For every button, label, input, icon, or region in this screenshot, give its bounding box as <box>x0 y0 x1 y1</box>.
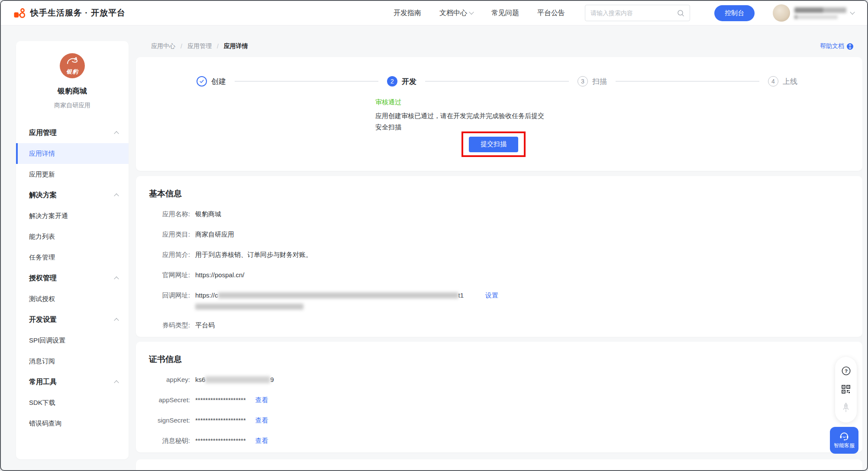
sidebar-section-common-tools[interactable]: 常用工具 <box>16 372 129 392</box>
sidebar-item-sdk-download[interactable]: SDK下载 <box>16 392 129 413</box>
sidebar-item-app-update[interactable]: 应用更新 <box>16 164 129 185</box>
search-icon[interactable] <box>677 10 684 17</box>
sidebar-item-capability-list[interactable]: 能力列表 <box>16 226 129 247</box>
section-title: 解决方案 <box>29 191 57 200</box>
callback-url-blur <box>218 292 458 298</box>
rocket-icon[interactable] <box>842 403 850 413</box>
brand-title: 快手生活服务 · 开放平台 <box>30 7 126 19</box>
section-title: 应用管理 <box>29 128 57 138</box>
search-input[interactable] <box>590 10 677 16</box>
app-key-suffix: 9 <box>270 376 274 383</box>
sidebar-item-error-code-lookup[interactable]: 错误码查询 <box>16 413 129 434</box>
breadcrumb-separator: / <box>181 43 182 50</box>
field-app-key: appKey: ks69 <box>145 375 862 384</box>
nav-announcements-label: 平台公告 <box>537 9 565 18</box>
next-section-card-partial <box>136 459 862 471</box>
item-label: SPI回调设置 <box>29 336 65 344</box>
step-number: 3 <box>578 76 588 87</box>
user-menu[interactable] <box>773 4 854 22</box>
item-label: 应用更新 <box>29 170 55 178</box>
nav-dev-guide[interactable]: 开发指南 <box>394 9 421 18</box>
field-app-secret: appSecret: ******************** 查看 <box>145 395 862 405</box>
smart-customer-service-label: 智能客服 <box>834 442 855 449</box>
step-launch: 4 上线 <box>768 76 797 87</box>
step-connector <box>235 81 378 82</box>
callback-set-link[interactable]: 设置 <box>485 292 498 299</box>
field-callback-url: 回调网址: https://ct1设置 <box>145 291 862 310</box>
sidebar-item-test-authorization[interactable]: 测试授权 <box>16 288 129 309</box>
app-secret-view-link[interactable]: 查看 <box>255 395 268 405</box>
section-title: 常用工具 <box>29 378 57 387</box>
nav-dev-guide-label: 开发指南 <box>394 9 421 18</box>
field-value: ******************** <box>195 416 246 425</box>
sidebar-section-solutions[interactable]: 解决方案 <box>16 185 129 205</box>
kuaishou-logo-icon <box>14 8 26 19</box>
step-label: 扫描 <box>592 77 607 87</box>
sign-secret-view-link[interactable]: 查看 <box>255 416 268 425</box>
smart-customer-service-button[interactable]: 智能客服 <box>830 427 858 454</box>
field-label: 官网网址: <box>145 270 190 280</box>
sidebar-section-app-management[interactable]: 应用管理 <box>16 122 129 143</box>
sidebar-section-dev-settings[interactable]: 开发设置 <box>16 309 129 330</box>
callback-url-blur-line2 <box>195 304 303 310</box>
help-doc-icon <box>847 43 853 50</box>
field-site-url: 官网网址: https://pospal.cn/ <box>145 270 862 280</box>
user-name-blur-line2 <box>794 15 838 19</box>
item-label: 任务管理 <box>29 253 55 261</box>
red-highlight-annotation: 提交扫描 <box>461 131 526 157</box>
field-label: 券码类型: <box>145 320 190 330</box>
submit-scan-button[interactable]: 提交扫描 <box>469 137 518 152</box>
field-value: https://pospal.cn/ <box>195 270 244 280</box>
review-description-line2: 安全扫描 <box>375 123 401 131</box>
nav-announcements[interactable]: 平台公告 <box>537 9 565 18</box>
app-name: 银豹商城 <box>16 86 129 96</box>
top-nav: 开发指南 文档中心 常见问题 平台公告 <box>394 9 565 18</box>
field-coupon-type: 券码类型: 平台码 <box>145 320 862 330</box>
app-logo: 银豹 <box>60 53 85 78</box>
callback-url-prefix: https://c <box>195 292 218 299</box>
nav-doc-center[interactable]: 文档中心 <box>439 9 473 18</box>
sidebar-item-spi-callback[interactable]: SPI回调设置 <box>16 330 129 351</box>
section-title: 授权管理 <box>29 274 57 283</box>
help-doc-label: 帮助文档 <box>820 42 844 50</box>
qr-code-icon[interactable] <box>842 385 850 394</box>
sidebar-menu: 应用管理 应用详情 应用更新 解决方案 解决方案开通 能力列表 任务管理 <box>16 122 129 434</box>
field-label: 消息秘钥: <box>145 436 190 445</box>
field-value-redacted: https://ct1设置 <box>195 291 498 310</box>
field-value: ******************** <box>195 436 246 445</box>
help-question-icon[interactable]: ? <box>842 366 851 375</box>
field-msg-secret: 消息秘钥: ******************** 查看 <box>145 436 862 445</box>
review-description-line1: 应用创建审核已通过，请在开发完成并完成验收任务后提交 <box>375 112 544 119</box>
cert-info-title: 证书信息 <box>145 354 862 365</box>
step-label: 开发 <box>402 77 416 87</box>
breadcrumb-separator: / <box>217 43 219 50</box>
progress-card: 创建 2 开发 3 扫描 4 上线 审核通过 应用创建审核已通过，请在开发完成并… <box>136 57 862 171</box>
item-label: 测试授权 <box>29 295 55 302</box>
item-label: SDK下载 <box>29 399 55 406</box>
floating-toolbar: ? <box>835 357 857 423</box>
sidebar-item-message-subscription[interactable]: 消息订阅 <box>16 351 129 372</box>
field-label: appSecret: <box>145 395 190 405</box>
item-label: 应用详情 <box>29 150 55 157</box>
chevron-down-icon <box>850 10 855 14</box>
chevron-up-icon <box>114 276 119 281</box>
help-doc-link[interactable]: 帮助文档 <box>820 42 853 50</box>
step-check-icon <box>197 76 207 87</box>
sidebar-item-solution-open[interactable]: 解决方案开通 <box>16 205 129 226</box>
field-value: ******************** <box>195 395 246 405</box>
top-header: 快手生活服务 · 开放平台 开发指南 文档中心 常见问题 平台公告 <box>1 1 867 26</box>
item-label: 错误码查询 <box>29 420 61 427</box>
console-button[interactable]: 控制台 <box>714 5 755 21</box>
brand-logo-link[interactable]: 快手生活服务 · 开放平台 <box>14 7 126 19</box>
breadcrumb-app-management[interactable]: 应用管理 <box>187 42 212 50</box>
sidebar-item-task-management[interactable]: 任务管理 <box>16 247 129 268</box>
msg-secret-view-link[interactable]: 查看 <box>255 436 268 445</box>
nav-faq[interactable]: 常见问题 <box>491 9 519 18</box>
sidebar-item-app-detail[interactable]: 应用详情 <box>16 143 129 164</box>
nav-faq-label: 常见问题 <box>491 9 519 18</box>
sidebar-section-authorization[interactable]: 授权管理 <box>16 268 129 288</box>
field-app-description: 应用简介: 用于到店券核销、订单同步与财务对账。 <box>145 250 862 260</box>
breadcrumb-app-center[interactable]: 应用中心 <box>151 42 175 50</box>
cert-info-card: 证书信息 appKey: ks69 appSecret: ***********… <box>136 342 862 452</box>
field-value: 银豹商城 <box>195 209 221 219</box>
